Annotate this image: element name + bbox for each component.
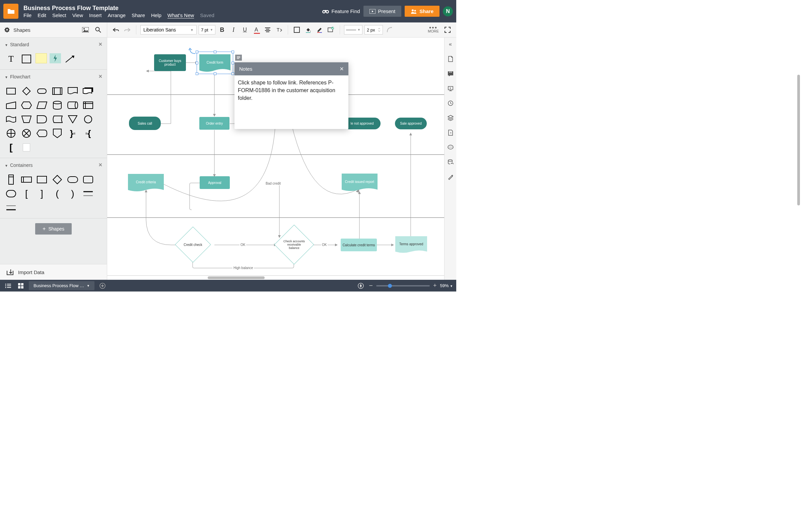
shape-decision[interactable] bbox=[20, 85, 33, 97]
node-credit-issued[interactable]: Credit issued report bbox=[342, 174, 378, 191]
menu-arrange[interactable]: Arrange bbox=[108, 12, 126, 18]
node-credit-form[interactable]: Credit form bbox=[199, 54, 230, 72]
shape-note[interactable] bbox=[20, 142, 33, 153]
slides-icon[interactable] bbox=[447, 85, 454, 92]
chat-icon[interactable] bbox=[447, 144, 454, 151]
navigator-button[interactable] bbox=[356, 281, 366, 290]
shape-live-block[interactable] bbox=[50, 53, 61, 63]
shape-pill-container[interactable] bbox=[66, 174, 79, 185]
shape-swimlane-h[interactable] bbox=[20, 174, 33, 185]
line-path-button[interactable] bbox=[385, 25, 394, 34]
shape-bracket-r[interactable]: ] bbox=[35, 188, 48, 199]
line-style-select[interactable]: ▼ bbox=[344, 25, 362, 34]
menu-help[interactable]: Help bbox=[151, 12, 162, 18]
shape-paper-tape[interactable] bbox=[5, 114, 18, 125]
redo-button[interactable] bbox=[123, 25, 132, 34]
notes-popup-header[interactable]: Notes × bbox=[234, 62, 348, 76]
layers-icon[interactable] bbox=[447, 115, 454, 121]
shape-block[interactable] bbox=[20, 53, 33, 65]
menu-whats-new[interactable]: What's New bbox=[168, 12, 194, 18]
menu-select[interactable]: Select bbox=[52, 12, 66, 18]
node-sale-not-approved[interactable]: le not approved bbox=[344, 118, 381, 129]
close-icon[interactable]: × bbox=[98, 41, 102, 48]
fill-color-button[interactable] bbox=[303, 25, 313, 34]
shape-database[interactable] bbox=[51, 99, 64, 111]
shape-merge[interactable] bbox=[66, 114, 79, 125]
notes-indicator-icon[interactable] bbox=[235, 55, 242, 61]
shapes-panel-header[interactable]: Shapes bbox=[4, 27, 77, 33]
shape-manual-input[interactable] bbox=[5, 99, 18, 111]
app-logo[interactable] bbox=[3, 4, 19, 19]
canvas[interactable]: Sales call Customer buys product Credit … bbox=[107, 37, 444, 280]
underline-button[interactable]: U bbox=[240, 25, 250, 34]
outline-view-button[interactable] bbox=[3, 281, 13, 290]
undo-button[interactable] bbox=[111, 25, 121, 34]
shape-or[interactable] bbox=[5, 128, 18, 139]
shape-preparation[interactable] bbox=[20, 99, 33, 111]
fill-none-button[interactable] bbox=[292, 25, 301, 34]
shape-bracket-l[interactable]: [ bbox=[20, 188, 33, 199]
shape-display[interactable] bbox=[35, 128, 48, 139]
shape-process[interactable] bbox=[5, 85, 18, 97]
menu-file[interactable]: File bbox=[24, 12, 31, 18]
section-flowchart-header[interactable]: ▼Flowchart × bbox=[0, 70, 107, 83]
import-data-button[interactable]: Import Data bbox=[0, 264, 107, 280]
text-options-button[interactable]: T bbox=[274, 25, 284, 34]
shape-predefined[interactable] bbox=[51, 85, 64, 97]
shape-rect-container[interactable] bbox=[35, 174, 48, 185]
shape-document[interactable] bbox=[66, 85, 79, 97]
node-credit-check[interactable]: Credit check bbox=[180, 232, 206, 257]
theme-icon[interactable] bbox=[447, 129, 454, 136]
feature-find-button[interactable]: Feature Find bbox=[322, 8, 360, 14]
shape-connector[interactable] bbox=[82, 114, 94, 125]
node-sales-call[interactable]: Sales call bbox=[129, 117, 161, 130]
menu-insert[interactable]: Insert bbox=[89, 12, 102, 18]
search-button[interactable] bbox=[93, 25, 103, 34]
italic-button[interactable]: I bbox=[229, 25, 238, 34]
present-button[interactable]: Present bbox=[364, 6, 402, 17]
add-page-button[interactable] bbox=[98, 281, 107, 290]
font-select[interactable]: Liberation Sans▼ bbox=[140, 25, 197, 34]
border-color-button[interactable] bbox=[315, 25, 324, 34]
shape-swimlane-v[interactable] bbox=[5, 174, 18, 185]
menu-view[interactable]: View bbox=[72, 12, 83, 18]
shape-delay[interactable] bbox=[35, 114, 48, 125]
shape-sticky-note[interactable] bbox=[35, 53, 47, 63]
image-button[interactable] bbox=[81, 25, 90, 34]
line-width-select[interactable]: 2 px bbox=[365, 25, 383, 34]
shape-manual-op[interactable] bbox=[20, 114, 33, 125]
zoom-out-button[interactable]: − bbox=[369, 282, 373, 289]
node-terms-approved[interactable]: Terms approved bbox=[395, 236, 427, 253]
shape-terminator[interactable] bbox=[35, 85, 48, 97]
node-sale-approved[interactable]: Sale approved bbox=[395, 118, 427, 129]
align-button[interactable] bbox=[263, 25, 272, 34]
canvas-h-scrollbar[interactable] bbox=[208, 277, 265, 279]
shape-arrow[interactable] bbox=[64, 53, 76, 65]
zoom-level[interactable]: 59% ▼ bbox=[440, 283, 453, 288]
shape-brace-left[interactable]: ≡{ bbox=[82, 128, 94, 139]
rotate-handle-icon[interactable] bbox=[188, 47, 197, 56]
page-tab[interactable]: Business Process Flow … ▼ bbox=[29, 281, 94, 290]
bold-button[interactable]: B bbox=[218, 25, 227, 34]
shape-rule-bottom[interactable] bbox=[5, 202, 18, 213]
grid-view-button[interactable] bbox=[16, 281, 25, 290]
zoom-slider[interactable] bbox=[376, 285, 430, 286]
more-button[interactable]: ••• MORE bbox=[428, 26, 439, 33]
shape-rule-top[interactable] bbox=[82, 188, 94, 199]
node-check-accounts[interactable]: Check accounts receivable balance bbox=[280, 231, 308, 259]
close-icon[interactable]: × bbox=[98, 73, 102, 80]
font-size-select[interactable]: 7 pt▼ bbox=[199, 25, 215, 34]
magic-icon[interactable] bbox=[447, 174, 454, 180]
node-customer-buys[interactable]: Customer buys product bbox=[154, 54, 186, 71]
notes-popup-body[interactable]: Click shape to follow link. References P… bbox=[234, 76, 348, 129]
zoom-in-button[interactable]: + bbox=[433, 282, 437, 289]
shape-data[interactable] bbox=[35, 99, 48, 111]
shape-direct-data[interactable] bbox=[66, 99, 79, 111]
menu-edit[interactable]: Edit bbox=[37, 12, 46, 18]
add-shapes-button[interactable]: + Shapes bbox=[35, 223, 72, 234]
node-order-entry[interactable]: Order entry bbox=[199, 117, 229, 130]
node-calculate-terms[interactable]: Calculate credit terms bbox=[341, 238, 377, 251]
canvas-area[interactable]: Sales call Customer buys product Credit … bbox=[107, 37, 444, 280]
data-link-icon[interactable] bbox=[447, 159, 454, 166]
shape-circle-container[interactable] bbox=[5, 188, 18, 199]
